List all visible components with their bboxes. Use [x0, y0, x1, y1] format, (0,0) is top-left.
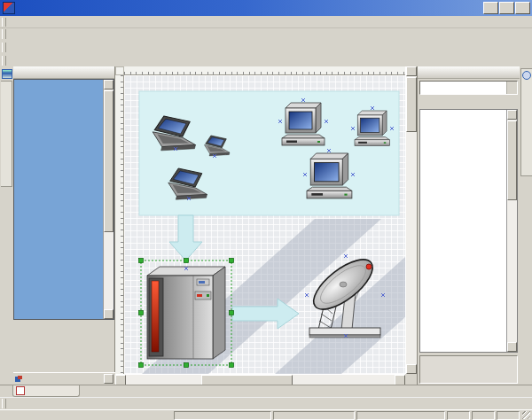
tab-task-list[interactable]	[12, 385, 80, 397]
status-bar	[0, 409, 532, 420]
dropdown-arrow-icon[interactable]	[506, 82, 517, 94]
standard-toolbar	[0, 27, 532, 41]
left-dock-strip	[0, 66, 14, 385]
vertical-ruler	[115, 75, 124, 374]
properties-header	[418, 66, 520, 79]
diagram-page[interactable]	[124, 75, 405, 374]
scrollbar-thumb[interactable]	[507, 121, 517, 200]
object-size-field	[356, 411, 445, 420]
scroll-up-icon[interactable]	[406, 66, 417, 76]
menu-bar	[0, 16, 532, 28]
scrollbar-thumb[interactable]	[104, 90, 113, 232]
ruler-corner	[115, 66, 124, 75]
property-grid	[419, 109, 518, 353]
task-list-icon	[16, 386, 25, 395]
scroll-down-icon[interactable]	[406, 364, 417, 374]
pin-icon[interactable]	[501, 68, 508, 76]
scroll-up-icon[interactable]	[104, 80, 113, 89]
main-area	[0, 66, 532, 385]
properties-panel	[417, 66, 520, 385]
maximize-button[interactable]	[499, 2, 514, 14]
horizontal-ruler	[124, 66, 405, 75]
cursor-position-field	[174, 411, 271, 420]
object-selector-combo[interactable]	[419, 81, 518, 95]
scroll-down-icon[interactable]	[507, 342, 517, 352]
resize-grip[interactable]	[522, 411, 530, 419]
close-button[interactable]	[515, 2, 530, 14]
feed-point	[366, 264, 372, 269]
libraries-header	[13, 66, 114, 79]
tab-pan-and-zoom[interactable]	[520, 68, 532, 176]
tab-object-explorer[interactable]	[1, 81, 12, 187]
scroll-lock-indicator	[497, 411, 520, 420]
library-scrollbar[interactable]	[103, 80, 113, 319]
close-panel-icon[interactable]	[510, 68, 518, 76]
close-panel-icon[interactable]	[105, 68, 113, 76]
canvas-vertical-scrollbar[interactable]	[405, 66, 418, 374]
drawing-canvas	[115, 66, 405, 385]
properties-toolbar	[418, 96, 520, 109]
property-grid-scrollbar[interactable]	[506, 110, 517, 352]
caps-lock-indicator	[447, 411, 470, 420]
num-lock-indicator	[472, 411, 495, 420]
section-scroll-icon[interactable]	[104, 374, 113, 384]
library-icon	[15, 376, 23, 383]
minimize-button[interactable]	[483, 2, 498, 14]
drawing-toolbar	[0, 54, 532, 66]
object-position-field	[273, 411, 355, 420]
scroll-up-icon[interactable]	[507, 110, 517, 120]
down-arrow-shape[interactable]	[169, 215, 202, 261]
pan-zoom-icon	[522, 71, 531, 80]
object-explorer-icon	[2, 69, 12, 79]
format-toolbar	[0, 41, 532, 54]
right-dock-strip	[520, 66, 532, 385]
library-section-enterprise-application[interactable]	[13, 372, 115, 385]
title-bar	[0, 0, 532, 16]
pin-icon[interactable]	[96, 68, 103, 76]
scroll-down-icon[interactable]	[104, 309, 113, 319]
scrollbar-corner	[405, 374, 417, 385]
library-item-grid	[13, 79, 114, 320]
scrollbar-thumb[interactable]	[406, 77, 417, 132]
selected-object-name	[420, 82, 506, 94]
libraries-panel	[13, 66, 115, 385]
property-description-box	[419, 355, 518, 384]
arrange-toolbar	[0, 397, 532, 409]
bottom-tab-row	[0, 385, 532, 398]
app-icon	[3, 2, 15, 14]
node-mainframe[interactable]	[139, 259, 234, 368]
